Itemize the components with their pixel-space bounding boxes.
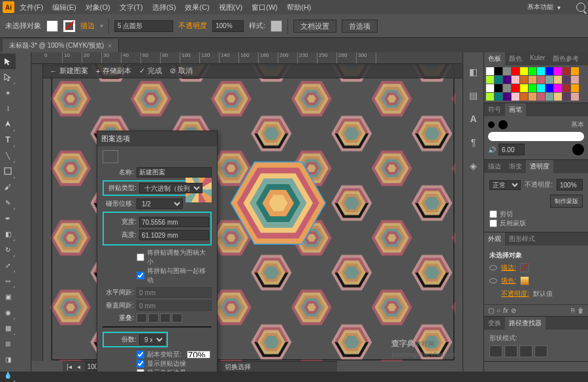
pen-tool[interactable] bbox=[0, 116, 16, 132]
swatch[interactable] bbox=[512, 67, 519, 75]
h-spacing-input[interactable] bbox=[137, 287, 212, 298]
direct-selection-tool[interactable] bbox=[0, 69, 16, 85]
transform-tab[interactable]: 变换 bbox=[484, 317, 505, 330]
swatch[interactable] bbox=[529, 67, 536, 75]
gradient-tab[interactable]: 渐变 bbox=[505, 160, 526, 173]
scale-tool[interactable]: ⤢ bbox=[0, 257, 16, 273]
tile-type-select[interactable]: 十六进制（按列） bbox=[139, 183, 203, 193]
dim-value-input[interactable] bbox=[187, 351, 210, 358]
swatch[interactable] bbox=[495, 67, 502, 75]
clear-icon[interactable]: ⊘ bbox=[511, 307, 516, 314]
swatch[interactable] bbox=[563, 67, 570, 75]
swatch[interactable] bbox=[571, 76, 579, 84]
shape-builder-tool[interactable]: ◉ bbox=[0, 304, 16, 320]
stroke-none-swatch[interactable] bbox=[520, 263, 529, 272]
trash-icon[interactable]: 🗑 bbox=[578, 307, 584, 314]
nav-prev-icon[interactable]: ◂ bbox=[77, 363, 80, 370]
color-guide-tab[interactable]: 颜色参考 bbox=[549, 52, 583, 65]
color-tab[interactable]: 颜色 bbox=[505, 52, 526, 65]
swatch[interactable] bbox=[486, 67, 494, 75]
save-copy-link[interactable]: + 存储副本 bbox=[96, 66, 131, 76]
swatch[interactable] bbox=[529, 84, 536, 92]
make-mask-button[interactable]: 制作蒙版 bbox=[550, 195, 583, 208]
brush-dot-icon[interactable] bbox=[498, 120, 508, 129]
swatch[interactable] bbox=[537, 76, 545, 84]
width-tool[interactable]: ⇿ bbox=[0, 273, 16, 289]
pathfinder-unite-icon[interactable] bbox=[489, 345, 502, 357]
swatch[interactable] bbox=[503, 84, 511, 92]
fill-gradient-swatch[interactable] bbox=[520, 276, 529, 285]
swatch[interactable] bbox=[554, 93, 562, 101]
overlap-bottom-icon[interactable] bbox=[172, 313, 182, 323]
swatch[interactable] bbox=[503, 93, 511, 101]
appearance-tab[interactable]: 外观 bbox=[484, 232, 505, 246]
type-tool[interactable]: T bbox=[0, 132, 16, 148]
mesh-tool[interactable]: ⊞ bbox=[0, 336, 16, 351]
pathfinder-intersect-icon[interactable] bbox=[519, 345, 532, 357]
v-spacing-input[interactable] bbox=[137, 300, 212, 311]
preferences-button[interactable]: 首选项 bbox=[342, 20, 378, 33]
ruler-vertical[interactable] bbox=[31, 64, 43, 361]
duplicate-icon[interactable]: ⎘ bbox=[571, 307, 575, 314]
brush-size-input[interactable] bbox=[498, 144, 525, 155]
stroke-tab[interactable]: 描边 bbox=[484, 160, 505, 173]
swatch[interactable] bbox=[554, 84, 562, 92]
menu-file[interactable]: 文件(F) bbox=[16, 1, 47, 14]
overlap-left-icon[interactable] bbox=[137, 313, 147, 323]
pathfinder-minus-icon[interactable] bbox=[504, 345, 517, 357]
document-tab[interactable]: 未标题-3* @ 100% (CMYK/预览) × bbox=[3, 39, 119, 52]
blend-mode-select[interactable]: 正常 bbox=[489, 180, 521, 190]
swatch[interactable] bbox=[563, 84, 570, 92]
size-tile-checkbox[interactable] bbox=[137, 253, 144, 261]
menu-effect[interactable]: 效果(C) bbox=[181, 1, 213, 14]
swatch[interactable] bbox=[554, 76, 562, 84]
swatch[interactable] bbox=[520, 84, 528, 92]
swatch[interactable] bbox=[486, 84, 494, 92]
swatch[interactable] bbox=[529, 93, 536, 101]
pattern-name-input[interactable] bbox=[137, 167, 212, 178]
color-panel-icon[interactable]: ◧ bbox=[467, 65, 480, 78]
new-pattern-link[interactable]: ← 新建图案 bbox=[50, 66, 88, 76]
swatch[interactable] bbox=[537, 93, 545, 101]
gradient-tool[interactable]: ◨ bbox=[0, 351, 16, 367]
swatch[interactable] bbox=[546, 67, 553, 75]
pencil-tool[interactable]: ✎ bbox=[0, 195, 16, 210]
eyedropper-tool[interactable]: 💧 bbox=[0, 367, 16, 382]
lasso-tool[interactable]: ⌇ bbox=[0, 101, 16, 116]
done-link[interactable]: ✓ 完成 bbox=[139, 66, 162, 76]
menu-edit[interactable]: 编辑(E) bbox=[48, 1, 80, 14]
type-panel-icon[interactable]: A bbox=[467, 112, 480, 125]
width-input[interactable] bbox=[139, 217, 209, 227]
opacity-input[interactable] bbox=[212, 20, 244, 32]
menu-object[interactable]: 对象(O) bbox=[82, 1, 114, 14]
swatch[interactable] bbox=[546, 76, 553, 84]
ruler-horizontal[interactable]: 0 10 20 30 40 60 80 100 120 140 160 180 … bbox=[31, 52, 463, 64]
brush-preview[interactable] bbox=[488, 132, 584, 141]
swatches-tab[interactable]: 色板 bbox=[484, 52, 505, 65]
appearance-fill-row[interactable]: 填色: bbox=[501, 276, 516, 285]
swatch[interactable] bbox=[563, 93, 570, 101]
swatch-grid[interactable] bbox=[484, 65, 588, 103]
paragraph-panel-icon[interactable]: ¶ bbox=[467, 136, 480, 149]
swatch[interactable] bbox=[529, 76, 536, 84]
menu-help[interactable]: 帮助(H) bbox=[283, 1, 315, 14]
swatch[interactable] bbox=[563, 76, 570, 84]
copies-select[interactable]: 9 x 9 bbox=[139, 334, 165, 345]
new-fill-icon[interactable]: ▢ bbox=[488, 307, 494, 314]
style-swatch[interactable] bbox=[270, 20, 282, 32]
clip-checkbox[interactable] bbox=[489, 210, 497, 218]
workspace-switcher[interactable]: 基本功能 ▾ bbox=[523, 3, 564, 12]
invert-mask-checkbox[interactable] bbox=[489, 219, 497, 227]
nav-first-icon[interactable]: |◂ bbox=[67, 363, 72, 370]
free-transform-tool[interactable]: ▣ bbox=[0, 289, 16, 304]
brush-dot-icon[interactable] bbox=[488, 121, 495, 128]
fill-swatch[interactable] bbox=[46, 20, 58, 32]
swatch[interactable] bbox=[520, 67, 528, 75]
cancel-link[interactable]: ⊘ 取消 bbox=[170, 66, 193, 76]
line-tool[interactable]: ╲ bbox=[0, 148, 16, 163]
layers-panel-icon[interactable]: ◈ bbox=[467, 159, 480, 172]
height-input[interactable] bbox=[139, 230, 209, 240]
swatch[interactable] bbox=[486, 76, 494, 84]
brushes-tab[interactable]: 画笔 bbox=[505, 103, 526, 116]
appearance-stroke-row[interactable]: 描边: bbox=[501, 263, 516, 272]
